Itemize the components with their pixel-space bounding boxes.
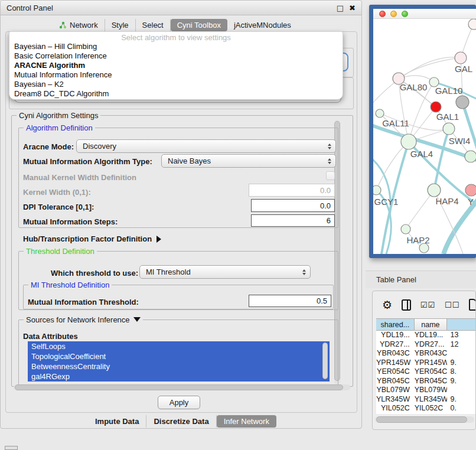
close-icon[interactable]: ✖ <box>349 4 356 12</box>
network-node-gal[interactable] <box>455 52 467 64</box>
dpi-tolerance-input[interactable]: 0.0 <box>251 199 335 212</box>
table-toolbar: ⚙ ☑☑ ☐☐ <box>373 295 476 315</box>
tab-network[interactable]: Network <box>53 19 105 31</box>
table-row[interactable]: YIL052CYIL052C0. <box>376 404 476 413</box>
network-node-gal11[interactable] <box>376 109 384 118</box>
column-header[interactable]: name <box>415 319 448 330</box>
table-horizontal-scrollbar[interactable] <box>375 416 474 423</box>
zoom-traffic-light[interactable] <box>402 11 408 17</box>
table-row[interactable]: YBR045CYBR045C9. <box>376 377 476 386</box>
mi-algorithm-type-select[interactable]: Naive Bayes <box>161 154 336 168</box>
data-attributes-label: Data Attributes <box>23 332 78 341</box>
dropdown-item[interactable]: Dream8 DC_TDC Algorithm <box>9 89 343 99</box>
table-row[interactable]: YER054CYER054C8. <box>376 367 476 377</box>
tab-discretize-data[interactable]: Discretize Data <box>146 415 216 428</box>
node-label: GAL11 <box>382 118 409 128</box>
mi-threshold-input[interactable]: 0.5 <box>249 295 331 307</box>
column-header[interactable]: shared... <box>376 319 415 330</box>
gear-icon[interactable]: ⚙ <box>382 299 392 311</box>
columns-icon[interactable] <box>402 299 411 311</box>
network-node-gal4[interactable] <box>401 134 416 149</box>
table-row[interactable]: YDL19...YDL19...13 <box>376 331 476 340</box>
panel-title: Control Panel <box>6 4 53 12</box>
node-label: GCY1 <box>374 197 399 207</box>
table-panel-title: Table Panel <box>376 275 416 284</box>
kernel-width-input[interactable]: 0.0 <box>249 184 335 197</box>
network-node-hap4[interactable] <box>428 184 441 197</box>
network-node[interactable] <box>419 243 429 253</box>
dropdown-item[interactable]: Bayesian – Hill Climbing <box>9 42 343 51</box>
tab-jactivemnodules[interactable]: jActiveMNodules <box>227 19 298 31</box>
network-node[interactable] <box>456 96 469 109</box>
network-edge[interactable] <box>376 142 409 190</box>
aracne-mode-select[interactable]: Discovery <box>76 139 336 153</box>
control-panel-titlebar: Control Panel □ ✖ <box>1 1 361 15</box>
mi-threshold-label: Mutual Information Threshold: <box>28 298 139 306</box>
dropdown-item-aracne[interactable]: ARACNE Algorithm <box>9 61 343 70</box>
mi-threshold-definition-title: MI Threshold Definition <box>28 281 112 289</box>
attributes-scrollbar[interactable] <box>322 343 328 379</box>
algorithm-dropdown-popup: Select algorithm to view settings Bayesi… <box>9 31 343 100</box>
dropdown-item[interactable]: Basic Correlation Inference <box>9 51 343 61</box>
table-panel-titlebar: Table Panel <box>366 270 476 288</box>
tab-cyni-toolbox[interactable]: Cyni Toolbox <box>171 19 227 31</box>
network-node-swi4[interactable] <box>465 151 476 162</box>
network-node[interactable] <box>468 19 476 30</box>
deselect-all-checkboxes-icon[interactable]: ☐☐ <box>445 301 459 309</box>
dropdown-item[interactable]: Mutual Information Inference <box>9 70 343 80</box>
attribute-item[interactable]: TopologicalCoefficient <box>28 351 330 361</box>
network-window-titlebar <box>373 9 476 19</box>
node-table: shared... name YDL19...YDL19...13 YDR27.… <box>376 318 476 414</box>
sources-title[interactable]: Sources for Network Inference <box>24 315 143 324</box>
manual-kernel-width-label: Manual Kernel Width Definition <box>23 173 136 182</box>
algorithm-definition-title: Algorithm Definition <box>24 123 95 132</box>
attribute-item[interactable]: BetweennessCentrality <box>28 361 330 371</box>
network-node-gal1[interactable] <box>443 123 455 135</box>
network-edge[interactable] <box>406 190 434 229</box>
table-row[interactable]: YBL079WYBL079W <box>376 386 476 395</box>
tab-select[interactable]: Select <box>136 19 171 31</box>
minimize-traffic-light[interactable] <box>390 11 397 17</box>
aracne-mode-label: Aracne Mode: <box>23 142 74 151</box>
mi-steps-input[interactable]: 6 <box>251 214 335 227</box>
data-attributes-list: SelfLoops TopologicalCoefficient Between… <box>28 341 330 381</box>
which-threshold-label: Which threshold to use: <box>51 269 138 278</box>
dropdown-item[interactable]: Bayesian – K2 <box>9 80 343 89</box>
table-panel: ⚙ ☑☑ ☐☐ shared... name YDL19...YDL19...1… <box>372 291 476 430</box>
table-row[interactable]: YDR27...YDR27...12 <box>376 340 476 350</box>
tab-style[interactable]: Style <box>105 19 136 31</box>
table-row[interactable]: YBR043CYBR043C <box>376 349 476 358</box>
collapsed-panel-handle[interactable] <box>5 446 18 450</box>
collapse-arrow-icon <box>133 317 141 322</box>
select-all-checkboxes-icon[interactable]: ☑☑ <box>420 301 435 309</box>
table-header-row: shared... name <box>376 318 476 331</box>
close-traffic-light[interactable] <box>379 11 386 17</box>
network-edge[interactable] <box>399 58 461 79</box>
table-row[interactable]: YLR345WYLR345W9. <box>376 395 476 405</box>
network-node-hap2[interactable] <box>401 224 410 234</box>
export-table-icon[interactable] <box>469 299 476 311</box>
which-threshold-select[interactable]: MI Threshold <box>139 265 311 279</box>
attribute-item[interactable]: gal4RGexp <box>28 371 330 381</box>
cyni-settings-title: Cyni Algorithm Settings <box>17 111 100 120</box>
hub-tf-definition-toggle[interactable]: Hub/Transcription Factor Definition <box>23 234 161 243</box>
tab-impute-data[interactable]: Impute Data <box>88 415 146 428</box>
dropdown-prompt: Select algorithm to view settings <box>9 33 343 42</box>
manual-kernel-width-checkbox[interactable] <box>326 171 335 180</box>
bottom-tab-bar: Impute Data Discretize Data Infer Networ… <box>88 415 276 428</box>
combo-spinner-icon <box>328 144 331 149</box>
network-view-window: GALGAL80GAL10GAL1GAL11GAL4SWI4GCY1HAP4YH… <box>369 5 476 258</box>
float-window-icon[interactable]: □ <box>337 4 344 12</box>
network-node-gcy1[interactable] <box>373 185 381 195</box>
tab-network-label: Network <box>70 21 98 30</box>
network-node-y[interactable] <box>465 184 476 196</box>
tab-infer-network[interactable]: Infer Network <box>217 415 276 428</box>
table-row[interactable]: YPR145WYPR145W9. <box>376 358 476 368</box>
network-node[interactable] <box>431 102 441 112</box>
apply-button[interactable]: Apply <box>158 396 200 409</box>
column-header[interactable] <box>447 319 476 330</box>
attribute-item[interactable]: SelfLoops <box>28 341 330 351</box>
settings-horizontal-scrollbar[interactable] <box>14 384 350 390</box>
network-graph[interactable]: GALGAL80GAL10GAL1GAL11GAL4SWI4GCY1HAP4YH… <box>373 19 476 254</box>
mi-algorithm-type-label: Mutual Information Algorithm Type: <box>23 157 152 166</box>
